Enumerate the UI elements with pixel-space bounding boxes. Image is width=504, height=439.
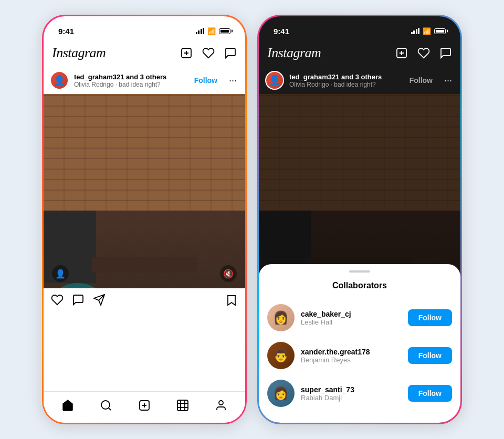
svg-point-6 [101,401,110,409]
collaborators-title: Collaborators [259,281,460,290]
collab-info-2: xander.the.great178 Benjamin Reyes [301,348,402,364]
more-icon-left[interactable]: ··· [227,73,239,88]
nav-icons-right [395,47,452,59]
instagram-logo-left: Instagram [52,45,106,61]
more-icon-right[interactable]: ··· [442,73,454,88]
status-bar-right: 9:41 📶 [259,16,460,39]
follow-button-1[interactable]: Follow [408,309,452,326]
heart-icon-right[interactable] [417,47,430,59]
collab-avatar-2[interactable]: 👨 [267,342,295,369]
post-image-left: 👤 🔇 [44,94,245,288]
post-subtitle-left: Olivia Rodrigo · bad idea right? [74,81,185,88]
post-username-left[interactable]: ted_graham321 and 3 others [74,73,185,81]
follow-button-right[interactable]: Follow [405,74,437,87]
tab-profile[interactable] [209,394,233,417]
tab-search[interactable] [94,394,118,417]
tab-add[interactable] [133,394,156,417]
dark-overlay [259,94,460,288]
nav-icons-left [180,47,237,59]
nav-bar-right: Instagram [259,39,460,67]
nav-bar-left: Instagram [44,39,245,67]
panel-handle [349,270,370,273]
tab-home[interactable] [56,394,79,417]
collab-name-2: Benjamin Reyes [301,356,402,364]
collab-info-1: cake_baker_cj Leslie Hall [301,310,402,326]
follow-button-2[interactable]: Follow [408,347,452,364]
collab-username-2[interactable]: xander.the.great178 [301,348,402,356]
status-icons-right: 📶 [411,27,446,35]
phone-right: 9:41 📶 Instagram [257,15,462,424]
add-post-icon[interactable] [180,47,193,59]
collaborator-item-2: 👨 xander.the.great178 Benjamin Reyes Fol… [259,337,460,374]
status-icons-left: 📶 [196,27,231,35]
collab-username-1[interactable]: cake_baker_cj [301,310,402,318]
tab-reels[interactable] [171,394,194,417]
instagram-logo-right: Instagram [267,45,321,61]
collaborator-item-3: 👩 super_santi_73 Rabiah Damji Follow [259,374,460,412]
collab-username-3[interactable]: super_santi_73 [301,385,402,394]
post-image-right [259,94,460,288]
collab-info-3: super_santi_73 Rabiah Damji [301,385,402,402]
tab-bar-left [44,391,245,423]
phone-container: 9:41 📶 Instagram [42,15,462,424]
collaborators-panel: Collaborators 👩 cake_baker_cj Leslie Hal… [259,264,460,423]
svg-point-12 [219,401,223,405]
collab-name-1: Leslie Hall [301,318,402,326]
battery-icon-right [434,28,446,34]
collaborator-item-1: 👩 cake_baker_cj Leslie Hall Follow [259,299,460,337]
image-controls-left: 👤 🔇 [44,259,245,288]
post-avatar-right[interactable]: 👤 [265,71,284,90]
post-subtitle-right: Olivia Rodrigo · bad idea right? [289,81,400,88]
messages-icon[interactable] [224,47,237,59]
svg-rect-11 [177,400,188,411]
battery-icon-left [219,28,230,34]
wifi-icon-left: 📶 [207,27,216,35]
brick-wall [44,94,245,211]
post-header-left: 👤 ted_graham321 and 3 others Olivia Rodr… [44,67,245,94]
save-icon[interactable] [225,294,238,309]
svg-line-7 [109,407,111,410]
comment-icon[interactable] [72,294,85,309]
messages-icon-right[interactable] [439,47,452,59]
actions-left-group [51,294,106,309]
user-tag-icon[interactable]: 👤 [52,265,69,282]
collab-avatar-3[interactable]: 👩 [267,380,295,407]
post-header-right: 👤 ted_graham321 and 3 others Olivia Rodr… [259,67,460,94]
collab-name-3: Rabiah Damji [301,394,402,402]
post-user-info-right: ted_graham321 and 3 others Olivia Rodrig… [289,73,400,88]
status-bar-left: 9:41 📶 [44,16,245,39]
phone-left: 9:41 📶 Instagram [42,15,247,424]
time-left: 9:41 [58,27,74,36]
signal-icon-left [196,28,205,34]
follow-button-left[interactable]: Follow [190,74,222,87]
collab-avatar-1[interactable]: 👩 [267,304,295,331]
signal-icon-right [411,28,420,34]
like-icon[interactable] [51,294,64,309]
time-right: 9:41 [274,27,289,36]
svg-marker-5 [228,296,235,305]
share-icon[interactable] [93,294,106,309]
post-username-right[interactable]: ted_graham321 and 3 others [289,73,400,81]
wifi-icon-right: 📶 [423,27,431,35]
post-user-info-left: ted_graham321 and 3 others Olivia Rodrig… [74,73,185,88]
heart-icon[interactable] [202,47,215,59]
add-post-icon-right[interactable] [395,47,408,59]
post-avatar-left[interactable]: 👤 [50,71,69,90]
post-actions-left [44,288,245,315]
follow-button-3[interactable]: Follow [408,385,452,402]
mute-icon[interactable]: 🔇 [220,265,237,282]
